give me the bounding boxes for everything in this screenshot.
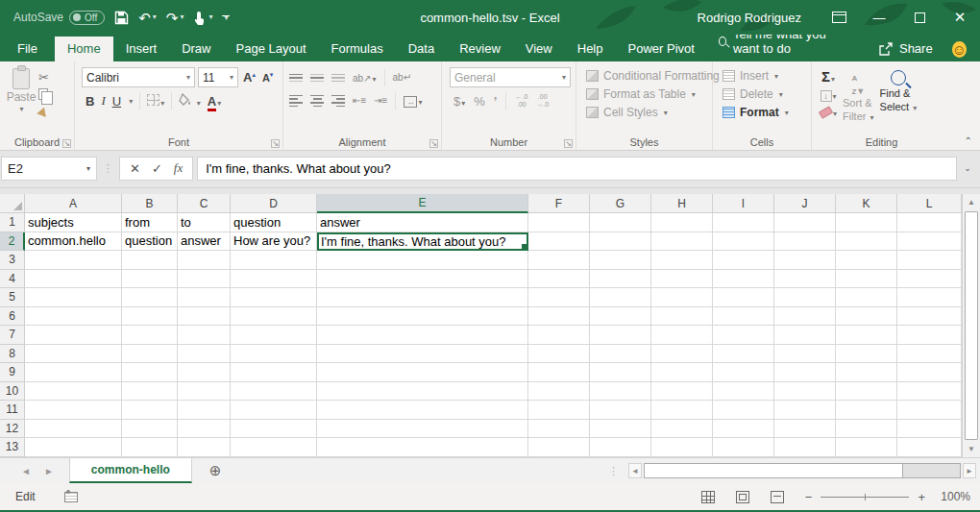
sheet-tab-common-hello[interactable]: common-hello: [69, 458, 192, 483]
tab-formulas[interactable]: Formulas: [319, 37, 396, 61]
user-name[interactable]: Rodrigo Rodriguez: [698, 11, 801, 25]
decrease-indent-button[interactable]: ⇤≡: [353, 96, 366, 106]
cell-I7[interactable]: [713, 326, 774, 345]
cell-F10[interactable]: [528, 382, 590, 402]
decrease-decimal-button[interactable]: .00→.0: [536, 93, 549, 108]
cell-F9[interactable]: [528, 363, 590, 382]
fill-color-button[interactable]: ▾: [179, 93, 201, 109]
cell-D1[interactable]: question: [231, 213, 317, 232]
touch-mouse-mode-button[interactable]: ▾: [193, 11, 212, 25]
cell-F13[interactable]: [528, 438, 590, 457]
cell-K11[interactable]: [836, 401, 897, 420]
cell-B12[interactable]: [122, 420, 178, 439]
clipboard-dialog-launcher[interactable]: ↘: [62, 139, 71, 148]
tab-file[interactable]: File: [0, 37, 55, 61]
feedback-smiley-icon[interactable]: ☺: [952, 41, 967, 58]
cell-G12[interactable]: [590, 420, 651, 439]
cell-C4[interactable]: [178, 270, 231, 289]
cell-J4[interactable]: [774, 270, 836, 289]
cell-H5[interactable]: [651, 288, 713, 307]
new-sheet-button[interactable]: ⊕: [192, 458, 239, 483]
cell-G7[interactable]: [590, 326, 651, 345]
cell-H3[interactable]: [651, 251, 713, 270]
cell-I1[interactable]: [713, 213, 774, 232]
zoom-out-button[interactable]: −: [805, 490, 813, 504]
ribbon-display-options-button[interactable]: [819, 0, 859, 35]
cell-E12[interactable]: [317, 420, 528, 439]
scroll-up-button[interactable]: ▲: [963, 194, 980, 210]
cell-D9[interactable]: [231, 363, 317, 382]
cell-H6[interactable]: [651, 307, 713, 327]
comma-style-button[interactable]: ’: [494, 94, 498, 109]
merge-center-button[interactable]: ↔▾: [404, 94, 422, 109]
cell-H8[interactable]: [651, 345, 713, 364]
cell-F6[interactable]: [528, 307, 590, 327]
column-header-K[interactable]: K: [836, 194, 897, 213]
cell-B11[interactable]: [122, 401, 178, 420]
autosum-button[interactable]: Σ▾: [821, 68, 835, 85]
cell-H4[interactable]: [651, 270, 713, 289]
cell-A2[interactable]: common.hello: [25, 232, 122, 252]
formula-bar-splitter[interactable]: ⋮: [97, 162, 119, 175]
cell-E9[interactable]: [317, 363, 528, 382]
scroll-down-button[interactable]: ▼: [963, 441, 980, 457]
horizontal-scroll-thumb[interactable]: [645, 464, 903, 477]
cell-K3[interactable]: [836, 251, 897, 270]
underline-dropdown-icon[interactable]: ▾: [129, 97, 133, 106]
cell-B13[interactable]: [122, 438, 178, 457]
find-select-button[interactable]: Find &Select ▾: [880, 68, 918, 133]
cell-G6[interactable]: [590, 307, 651, 327]
cell-L12[interactable]: [897, 420, 962, 439]
cell-J7[interactable]: [774, 326, 836, 345]
cell-L13[interactable]: [897, 438, 962, 457]
cell-E7[interactable]: [317, 326, 528, 345]
cell-D6[interactable]: [231, 307, 317, 327]
column-header-H[interactable]: H: [651, 194, 713, 213]
cell-D5[interactable]: [231, 288, 317, 307]
cell-C6[interactable]: [178, 307, 231, 327]
cell-B4[interactable]: [122, 270, 178, 289]
cell-F5[interactable]: [528, 288, 590, 307]
cell-E11[interactable]: [317, 401, 528, 420]
cell-I6[interactable]: [713, 307, 774, 327]
cell-D8[interactable]: [231, 345, 317, 364]
font-name-combo[interactable]: Calibri▾: [82, 67, 195, 87]
cell-J3[interactable]: [774, 251, 836, 270]
enter-entry-button[interactable]: ✓: [152, 161, 162, 176]
fill-button[interactable]: ↓▾: [821, 87, 837, 102]
align-left-button[interactable]: [289, 95, 303, 107]
cell-K10[interactable]: [836, 382, 897, 402]
redo-dropdown-icon[interactable]: ▾: [180, 13, 184, 21]
row-header-6[interactable]: 6: [0, 307, 25, 327]
bold-button[interactable]: B: [86, 94, 94, 109]
cell-J1[interactable]: [774, 213, 836, 232]
normal-view-button[interactable]: [701, 491, 715, 503]
cell-H7[interactable]: [651, 326, 713, 345]
cell-E2[interactable]: I'm fine, thanks. What about you?: [317, 232, 528, 252]
alignment-dialog-launcher[interactable]: ↘: [429, 139, 438, 148]
customize-qat-button[interactable]: ▾: [222, 15, 230, 20]
cell-D10[interactable]: [231, 382, 317, 402]
cell-C3[interactable]: [178, 251, 231, 270]
cell-I9[interactable]: [713, 363, 774, 382]
touch-mode-dropdown-icon[interactable]: ▾: [208, 13, 212, 21]
cell-L3[interactable]: [897, 251, 962, 270]
cell-I3[interactable]: [713, 251, 774, 270]
align-center-button[interactable]: [310, 95, 324, 107]
collapse-ribbon-button[interactable]: ⌃: [965, 135, 972, 146]
cell-B8[interactable]: [122, 345, 178, 364]
cell-K7[interactable]: [836, 326, 897, 345]
cell-F1[interactable]: [528, 213, 590, 232]
format-painter-button[interactable]: [38, 107, 53, 121]
cell-H2[interactable]: [651, 232, 713, 252]
grow-font-button[interactable]: A▴: [241, 70, 257, 85]
tab-data[interactable]: Data: [396, 37, 447, 61]
accounting-format-button[interactable]: $▾: [453, 94, 465, 109]
row-header-12[interactable]: 12: [0, 420, 25, 439]
cell-H9[interactable]: [651, 363, 713, 382]
tab-draw[interactable]: Draw: [169, 37, 223, 61]
cell-J11[interactable]: [774, 401, 836, 420]
number-dialog-launcher[interactable]: ↘: [564, 139, 573, 148]
row-header-4[interactable]: 4: [0, 270, 25, 289]
increase-decimal-button[interactable]: ←.0.00: [515, 93, 527, 108]
